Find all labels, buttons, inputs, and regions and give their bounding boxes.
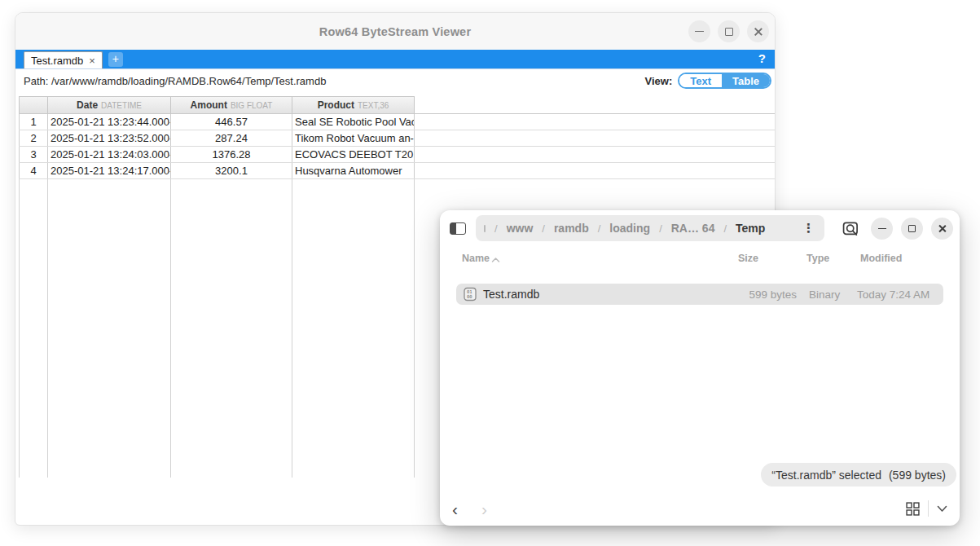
table-row[interactable]: 4 2025-01-21 13:24:17.000- 3200.1 Husqva… xyxy=(19,163,775,179)
breadcrumb-item-temp[interactable]: Temp xyxy=(736,222,765,235)
sidebar-toggle-icon[interactable] xyxy=(450,222,466,235)
close-button[interactable] xyxy=(747,20,769,42)
toolbar-divider xyxy=(928,500,929,517)
view-toggle: Text Table xyxy=(678,73,771,89)
column-header-amount[interactable]: Amount BIG FLOAT xyxy=(171,96,292,113)
column-header-modified[interactable]: Modified xyxy=(860,253,902,264)
tab-test-ramdb[interactable]: Test.ramdb × xyxy=(24,51,103,68)
column-header-size[interactable]: Size xyxy=(738,253,758,264)
back-button[interactable]: ‹ xyxy=(452,500,458,517)
table-corner-cell xyxy=(19,96,48,113)
minimize-icon xyxy=(695,31,704,32)
selection-status-badge: “Test.ramdb” selected (599 bytes) xyxy=(761,463,956,487)
cell-amount[interactable]: 1376.28 xyxy=(171,147,292,162)
table-row[interactable]: 1 2025-01-21 13:23:44.000- 446.57 Seal S… xyxy=(19,114,775,130)
file-type: Binary xyxy=(809,284,840,305)
tab-label: Test.ramdb xyxy=(31,55,83,67)
view-label: View: xyxy=(645,75,673,87)
breadcrumb-item-www[interactable]: www xyxy=(507,222,534,235)
file-name: Test.ramdb xyxy=(483,284,539,305)
new-tab-button[interactable]: + xyxy=(108,52,123,67)
column-header-name[interactable]: Name xyxy=(462,253,490,264)
maximize-button[interactable] xyxy=(718,20,740,42)
maximize-button[interactable] xyxy=(901,218,923,240)
cell-product[interactable]: ECOVACS DEEBOT T20 O- xyxy=(292,147,415,162)
row-number: 1 xyxy=(19,114,48,130)
breadcrumb-item-ramdb-row64[interactable]: RA… 64 xyxy=(671,222,715,235)
truncated-crumb xyxy=(484,225,486,232)
status-size-text: (599 bytes) xyxy=(889,469,946,482)
cell-amount[interactable]: 3200.1 xyxy=(171,163,292,178)
list-column-headers: Name Size Type Modified xyxy=(440,253,960,271)
tab-bar: Test.ramdb × + ? xyxy=(15,50,775,69)
file-size: 599 bytes xyxy=(749,284,797,305)
cell-date[interactable]: 2025-01-21 13:24:17.000- xyxy=(48,163,171,178)
view-table-button[interactable]: Table xyxy=(722,74,770,87)
row-number: 3 xyxy=(19,147,48,162)
close-button[interactable] xyxy=(931,218,953,240)
row-number: 2 xyxy=(19,130,48,146)
file-path: Path: /var/www/ramdb/loading/RAMDB.Row64… xyxy=(24,75,326,87)
minimize-icon xyxy=(878,228,886,229)
maximize-icon xyxy=(908,225,916,232)
files-headerbar[interactable]: / www / ramdb / loading / RA… 64 / Temp … xyxy=(440,210,960,246)
column-header-product[interactable]: Product TEXT,36 xyxy=(292,96,415,113)
sort-ascending-icon xyxy=(491,257,500,263)
path-bar: Path: /var/www/ramdb/loading/RAMDB.Row64… xyxy=(15,69,775,92)
breadcrumb-item-ramdb[interactable]: ramdb xyxy=(554,222,589,235)
cell-amount[interactable]: 446.57 xyxy=(171,114,292,130)
breadcrumb: / www / ramdb / loading / RA… 64 / Temp … xyxy=(476,215,824,241)
window-title: Row64 ByteStream Viewer xyxy=(319,25,471,38)
table-row[interactable]: 3 2025-01-21 13:24:03.000- 1376.28 ECOVA… xyxy=(19,147,775,163)
table-row[interactable]: 2 2025-01-21 13:23:52.000- 287.24 Tikom … xyxy=(19,130,775,147)
search-icon xyxy=(842,220,859,237)
svg-text:00: 00 xyxy=(467,294,472,299)
grid-view-button[interactable] xyxy=(906,502,920,516)
svg-text:01: 01 xyxy=(467,289,472,294)
kebab-menu-icon[interactable]: ⋮ xyxy=(801,221,816,236)
binary-file-icon: 01 00 xyxy=(463,284,477,305)
close-icon xyxy=(938,224,947,233)
cell-product[interactable]: Seal SE Robotic Pool Vac- xyxy=(292,114,415,130)
breadcrumb-item-loading[interactable]: loading xyxy=(609,222,650,235)
view-text-button[interactable]: Text xyxy=(679,74,722,87)
minimize-button[interactable] xyxy=(871,218,893,240)
cell-product[interactable]: Tikom Robot Vacuum an- xyxy=(292,130,415,146)
cell-product[interactable]: Husqvarna Automower xyxy=(292,163,415,178)
forward-button[interactable]: › xyxy=(481,500,487,517)
table-header-row: Date DATETIME Amount BIG FLOAT Product T… xyxy=(19,96,775,114)
cell-amount[interactable]: 287.24 xyxy=(171,130,292,146)
status-selected-text: “Test.ramdb” selected xyxy=(771,469,881,482)
maximize-icon xyxy=(725,28,733,36)
files-bottombar: ‹ › xyxy=(440,491,960,526)
help-icon[interactable]: ? xyxy=(758,51,766,65)
cell-date[interactable]: 2025-01-21 13:23:52.000- xyxy=(48,130,171,146)
column-header-date[interactable]: Date DATETIME xyxy=(48,96,171,113)
tab-close-icon[interactable]: × xyxy=(89,55,95,66)
viewer-titlebar[interactable]: Row64 ByteStream Viewer xyxy=(15,13,775,50)
column-header-type[interactable]: Type xyxy=(806,253,829,264)
cell-date[interactable]: 2025-01-21 13:23:44.000- xyxy=(48,114,171,130)
cell-date[interactable]: 2025-01-21 13:24:03.000- xyxy=(48,147,171,162)
row-number: 4 xyxy=(19,163,48,178)
file-row-test-ramdb[interactable]: 01 00 Test.ramdb 599 bytes Binary Today … xyxy=(456,284,943,305)
close-icon xyxy=(754,27,763,37)
view-options-chevron-down-icon[interactable] xyxy=(937,505,947,513)
search-button[interactable] xyxy=(842,220,859,237)
file-manager-window: / www / ramdb / loading / RA… 64 / Temp … xyxy=(440,210,960,526)
file-modified: Today 7:24 AM xyxy=(857,284,929,305)
minimize-button[interactable] xyxy=(688,20,710,42)
